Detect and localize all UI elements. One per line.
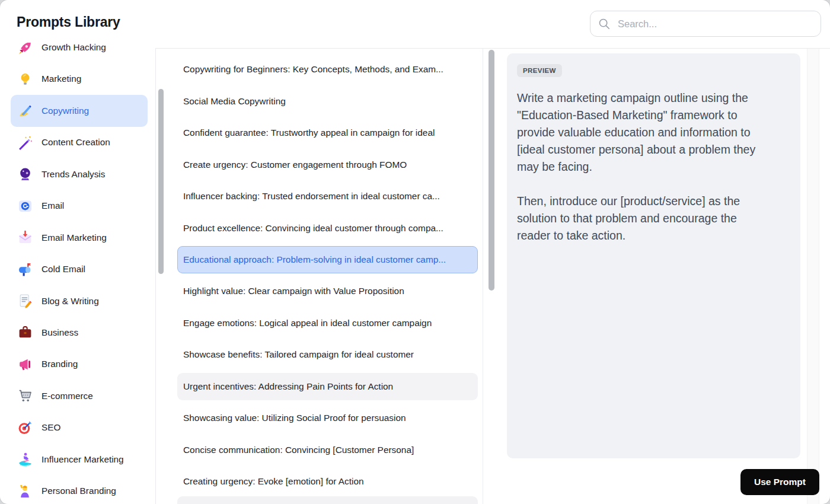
sidebar-item-label: Cold Email <box>42 264 85 275</box>
sidebar-item-label: Growth Hacking <box>42 43 106 53</box>
prompt-item-pill: Influencer backing: Trusted endorsement … <box>177 183 478 209</box>
prompt-item-concise-communication-convincing-customer-persona[interactable]: Concise communication: Convincing [Custo… <box>168 434 483 465</box>
sidebar-item-blog-writing[interactable]: Blog & Writing <box>11 285 148 317</box>
prompt-list-scrollbar-thumb[interactable] <box>489 50 494 291</box>
prompt-item-showcase-benefits-tailored-campaign-for-ideal-customer[interactable]: Showcase benefits: Tailored campaign for… <box>168 339 483 371</box>
prompt-item-label: Highlight value: Clear campaign with Val… <box>183 286 404 296</box>
prompt-item-pill: Copywriting for Beginners: Key Concepts,… <box>177 56 478 83</box>
sidebar-item-email[interactable]: Email <box>11 190 148 222</box>
prompt-item-label: Urgent incentives: Addressing Pain Point… <box>183 381 393 392</box>
sidebar-category-list: Growth Hacking Marketing Copywriting Con… <box>0 43 155 504</box>
preview-panel: PREVIEW Write a marketing campaign outli… <box>498 48 830 504</box>
prompt-item-pill: Urgent incentives: Addressing Pain Point… <box>177 373 478 400</box>
prompt-item-label: Confident guarantee: Trustworthy appeal … <box>183 127 435 138</box>
partially-visible-list-item <box>177 496 478 504</box>
surfer-icon <box>18 452 33 467</box>
sidebar-item-label: E-commerce <box>42 391 93 401</box>
prompt-item-social-media-copywriting[interactable]: Social Media Copywriting <box>168 85 483 117</box>
prompt-item-label: Educational approach: Problem-solving in… <box>183 254 446 265</box>
writing-hand-icon <box>18 103 33 118</box>
list-divider <box>483 48 483 504</box>
prompt-item-confident-guarantee-trustworthy-appeal-in-campaign-for-ideal[interactable]: Confident guarantee: Trustworthy appeal … <box>168 117 483 149</box>
search-input[interactable] <box>617 18 813 30</box>
prompt-item-pill: Product excellence: Convincing ideal cus… <box>177 215 478 241</box>
sidebar-item-influencer-marketing[interactable]: Influencer Marketing <box>11 444 148 475</box>
sidebar-item-label: Email Marketing <box>42 232 107 243</box>
prompt-item-label: Concise communication: Convincing [Custo… <box>183 445 414 455</box>
sidebar: Growth Hacking Marketing Copywriting Con… <box>0 43 155 504</box>
prompt-item-pill: Social Media Copywriting <box>177 88 478 114</box>
rocket-icon <box>18 43 33 55</box>
preview-badge: PREVIEW <box>517 64 562 77</box>
prompt-item-label: Social Media Copywriting <box>183 96 286 107</box>
crystal-ball-icon <box>18 167 33 181</box>
sidebar-item-label: Branding <box>42 359 78 369</box>
prompt-item-pill: Highlight value: Clear campaign with Val… <box>177 278 478 305</box>
megaphone-icon <box>18 357 33 372</box>
prompt-item-pill: Create urgency: Customer engagement thro… <box>177 151 478 178</box>
sidebar-item-copywriting[interactable]: Copywriting <box>11 95 148 126</box>
sidebar-item-business[interactable]: Business <box>11 317 148 348</box>
sidebar-item-label: Blog & Writing <box>42 296 99 307</box>
prompt-item-label: Product excellence: Convincing ideal cus… <box>183 223 443 234</box>
sidebar-item-label: Email <box>42 200 64 211</box>
sidebar-item-marketing[interactable]: Marketing <box>11 63 148 95</box>
prompt-item-urgent-incentives-addressing-pain-points-for-action[interactable]: Urgent incentives: Addressing Pain Point… <box>168 371 483 402</box>
sidebar-item-e-commerce[interactable]: E-commerce <box>11 380 148 412</box>
prompt-item-influencer-backing-trusted-endorsement-in-ideal-customer-ca[interactable]: Influencer backing: Trusted endorsement … <box>168 180 483 212</box>
sidebar-item-seo[interactable]: SEO <box>11 412 148 444</box>
prompt-item-pill: Confident guarantee: Trustworthy appeal … <box>177 120 478 146</box>
prompt-item-label: Copywriting for Beginners: Key Concepts,… <box>183 64 443 75</box>
prompt-item-label: Engage emotions: Logical appeal in ideal… <box>183 318 432 328</box>
sidebar-item-label: Business <box>42 327 78 338</box>
prompt-item-product-excellence-convincing-ideal-customer-through-compa[interactable]: Product excellence: Convincing ideal cus… <box>168 212 483 244</box>
preview-card: PREVIEW Write a marketing campaign outli… <box>507 53 800 458</box>
prompt-item-copywriting-for-beginners-key-concepts-methods-and-exam[interactable]: Copywriting for Beginners: Key Concepts,… <box>168 54 483 85</box>
prompt-item-pill: Showcase benefits: Tailored campaign for… <box>177 342 478 368</box>
email-icon <box>18 199 33 213</box>
sidebar-item-personal-branding[interactable]: Personal Branding <box>11 475 148 504</box>
sidebar-item-label: Influencer Marketing <box>42 454 124 465</box>
sidebar-item-branding[interactable]: Branding <box>11 349 148 380</box>
prompt-item-pill: Educational approach: Problem-solving in… <box>177 246 478 273</box>
sidebar-item-cold-email[interactable]: Cold Email <box>11 253 148 285</box>
sidebar-item-trends-analysis[interactable]: Trends Analysis <box>11 158 148 190</box>
sidebar-item-email-marketing[interactable]: Email Marketing <box>11 222 148 253</box>
sidebar-item-label: Personal Branding <box>42 486 116 496</box>
raising-hand-icon <box>18 484 33 499</box>
prompt-item-label: Showcase benefits: Tailored campaign for… <box>183 349 414 360</box>
prompt-item-create-urgency-customer-engagement-through-fomo[interactable]: Create urgency: Customer engagement thro… <box>168 149 483 180</box>
prompt-item-creating-urgency-evoke-emotion-for-action[interactable]: Creating urgency: Evoke [emotion] for Ac… <box>168 465 483 497</box>
memo-pencil-icon <box>18 294 33 308</box>
search-box[interactable] <box>590 11 821 37</box>
sidebar-scrollbar-thumb[interactable] <box>158 89 164 274</box>
mailbox-icon <box>18 262 33 277</box>
prompt-item-pill: Concise communication: Convincing [Custo… <box>177 436 478 463</box>
use-prompt-button[interactable]: Use Prompt <box>740 469 819 495</box>
prompt-item-highlight-value-clear-campaign-with-value-proposition[interactable]: Highlight value: Clear campaign with Val… <box>168 276 483 307</box>
sidebar-item-label: SEO <box>42 422 60 433</box>
prompt-item-label: Creating urgency: Evoke [emotion] for Ac… <box>183 476 364 487</box>
lightbulb-icon <box>18 72 33 87</box>
sidebar-item-content-creation[interactable]: Content Creation <box>11 127 148 158</box>
prompt-item-pill: Creating urgency: Evoke [emotion] for Ac… <box>177 468 478 495</box>
envelope-arrow-icon <box>18 230 33 245</box>
app-window: Prompts Library Growth Hacking Marketing… <box>0 0 830 504</box>
sidebar-divider <box>155 48 156 504</box>
prompt-item-label: Showcasing value: Utilizing Social Proof… <box>183 413 406 423</box>
briefcase-icon <box>18 325 33 340</box>
prompt-item-pill: Engage emotions: Logical appeal in ideal… <box>177 310 478 336</box>
sidebar-item-label: Trends Analysis <box>42 169 105 180</box>
magic-wand-icon <box>18 135 33 150</box>
page-title: Prompts Library <box>17 14 120 30</box>
prompt-item-educational-approach-problem-solving-in-ideal-customer-camp[interactable]: Educational approach: Problem-solving in… <box>168 244 483 275</box>
sidebar-item-growth-hacking[interactable]: Growth Hacking <box>11 43 148 63</box>
preview-paragraph-1: Write a marketing campaign outline using… <box>517 90 773 176</box>
prompt-item-showcasing-value-utilizing-social-proof-for-persuasion[interactable]: Showcasing value: Utilizing Social Proof… <box>168 403 483 434</box>
preview-scrollbar-track[interactable] <box>807 49 819 504</box>
prompt-item-pill: Showcasing value: Utilizing Social Proof… <box>177 405 478 432</box>
search-icon <box>598 17 611 30</box>
sidebar-item-label: Marketing <box>42 74 81 84</box>
prompt-item-engage-emotions-logical-appeal-in-ideal-customer-campaign[interactable]: Engage emotions: Logical appeal in ideal… <box>168 307 483 339</box>
preview-paragraph-2: Then, introduce our [product/service] as… <box>517 193 773 244</box>
